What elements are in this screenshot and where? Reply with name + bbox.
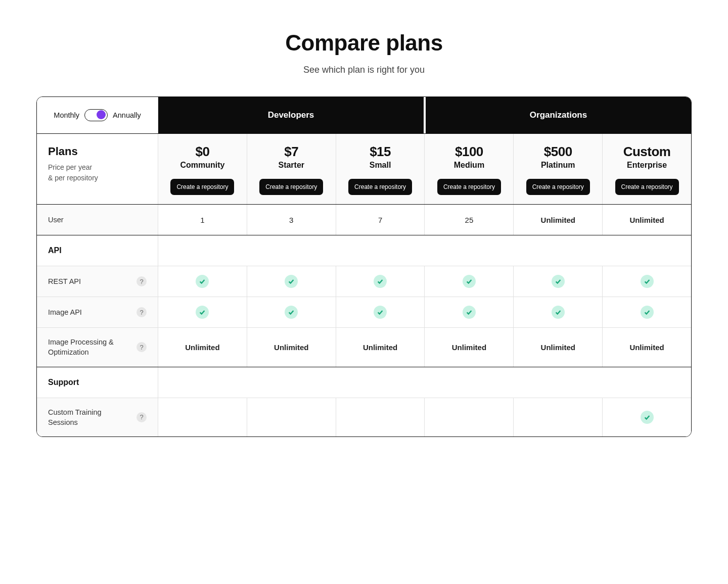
- plan-price: $500: [544, 144, 572, 160]
- section-header-api: API: [37, 235, 158, 266]
- plans-title: Plans: [48, 145, 147, 158]
- check-icon: [196, 275, 209, 288]
- create-repo-button[interactable]: Create a repository: [615, 179, 679, 195]
- cell: [425, 398, 514, 437]
- cell: Unlimited: [336, 328, 425, 367]
- help-icon[interactable]: ?: [136, 412, 147, 422]
- help-icon[interactable]: ?: [136, 276, 147, 286]
- cell: [603, 266, 691, 297]
- help-icon[interactable]: ?: [136, 342, 147, 352]
- cell: Unlimited: [514, 328, 603, 367]
- page-title: Compare plans: [36, 30, 692, 56]
- compare-table: Monthly Annually Developers Organization…: [36, 96, 692, 437]
- plan-price: $100: [455, 144, 483, 160]
- billing-toggle[interactable]: [84, 109, 108, 121]
- cell: [514, 398, 603, 437]
- cell: [514, 297, 603, 327]
- plan-col-small: $15 Small Create a repository: [336, 134, 425, 204]
- plan-col-platinum: $500 Platinum Create a repository: [514, 134, 603, 204]
- cell: [336, 297, 425, 327]
- page-subtitle: See which plan is right for you: [36, 65, 692, 75]
- cell: [425, 297, 514, 327]
- billing-toggle-cell: Monthly Annually: [37, 97, 158, 133]
- row-label-image-api: Image API ?: [37, 297, 158, 327]
- plan-name: Platinum: [541, 161, 575, 170]
- cell: [603, 398, 691, 437]
- plan-col-starter: $7 Starter Create a repository: [247, 134, 336, 204]
- cell: [425, 266, 514, 297]
- plans-sub2: & per repository: [48, 173, 147, 183]
- plan-name: Small: [370, 161, 391, 170]
- plan-col-community: $0 Community Create a repository: [158, 134, 247, 204]
- cell: [247, 297, 336, 327]
- cell: Unlimited: [247, 328, 336, 367]
- group-header-developers: Developers: [158, 97, 426, 133]
- cell: 3: [247, 205, 336, 235]
- check-icon: [463, 275, 476, 288]
- plan-col-enterprise: Custom Enterprise Create a repository: [603, 134, 691, 204]
- toggle-label-annually: Annually: [113, 111, 141, 119]
- cell: [603, 297, 691, 327]
- create-repo-button[interactable]: Create a repository: [170, 179, 234, 195]
- plan-name: Starter: [278, 161, 304, 170]
- cell: Unlimited: [425, 328, 514, 367]
- toggle-label-monthly: Monthly: [54, 111, 79, 119]
- cell: [247, 266, 336, 297]
- row-label-user: User: [37, 205, 158, 235]
- cell: 25: [425, 205, 514, 235]
- plan-price: $7: [284, 144, 298, 160]
- cell: Unlimited: [158, 328, 247, 367]
- create-repo-button[interactable]: Create a repository: [437, 179, 501, 195]
- check-icon: [374, 306, 387, 319]
- cell: [158, 297, 247, 327]
- check-icon: [374, 275, 387, 288]
- check-icon: [196, 306, 209, 319]
- empty-cell: [158, 235, 691, 266]
- create-repo-button[interactable]: Create a repository: [348, 179, 412, 195]
- create-repo-button[interactable]: Create a repository: [526, 179, 590, 195]
- row-label-training: Custom Training Sessions ?: [37, 398, 158, 437]
- check-icon: [552, 275, 565, 288]
- plan-name: Enterprise: [627, 161, 667, 170]
- cell: [336, 398, 425, 437]
- plan-price: Custom: [623, 144, 671, 160]
- cell: [158, 398, 247, 437]
- create-repo-button[interactable]: Create a repository: [259, 179, 323, 195]
- row-label-image-processing: Image Processing & Optimization ?: [37, 328, 158, 367]
- check-icon: [641, 411, 654, 424]
- plan-name: Medium: [454, 161, 484, 170]
- cell: Unlimited: [603, 328, 691, 367]
- cell: [514, 266, 603, 297]
- section-header-support: Support: [37, 367, 158, 398]
- cell: [247, 398, 336, 437]
- cell: [336, 266, 425, 297]
- plan-price: $0: [195, 144, 209, 160]
- plan-price: $15: [370, 144, 391, 160]
- check-icon: [463, 306, 476, 319]
- cell: 1: [158, 205, 247, 235]
- check-icon: [285, 275, 298, 288]
- empty-cell: [158, 367, 691, 398]
- plans-label-cell: Plans Price per year & per repository: [37, 134, 158, 204]
- check-icon: [285, 306, 298, 319]
- group-header-organizations: Organizations: [426, 97, 691, 133]
- check-icon: [552, 306, 565, 319]
- check-icon: [641, 275, 654, 288]
- cell: Unlimited: [514, 205, 603, 235]
- cell: [158, 266, 247, 297]
- plans-sub1: Price per year: [48, 162, 147, 173]
- plan-name: Community: [180, 161, 224, 170]
- help-icon[interactable]: ?: [136, 307, 147, 317]
- cell: Unlimited: [603, 205, 691, 235]
- row-label-rest-api: REST API ?: [37, 266, 158, 297]
- plan-col-medium: $100 Medium Create a repository: [425, 134, 514, 204]
- check-icon: [641, 306, 654, 319]
- cell: 7: [336, 205, 425, 235]
